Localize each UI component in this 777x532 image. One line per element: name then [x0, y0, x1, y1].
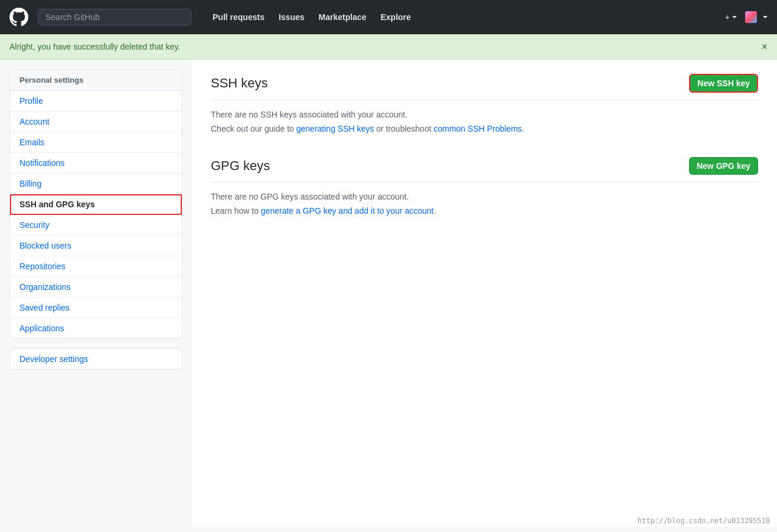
search-input[interactable] [38, 9, 191, 25]
success-banner: Alright, you have successfully deleted t… [0, 34, 777, 60]
sidebar-item-developer-settings[interactable]: Developer settings [10, 349, 182, 369]
watermark: http://blog.csdn.net/u013295518 [638, 517, 770, 525]
sidebar-item-saved-replies[interactable]: Saved replies [10, 298, 182, 318]
new-gpg-key-button[interactable]: New GPG key [689, 157, 758, 175]
header-actions: + [722, 10, 768, 24]
sidebar-item-security[interactable]: Security [10, 215, 182, 236]
common-ssh-problems-link[interactable]: common SSH Problems [433, 124, 521, 133]
ssh-empty-message: There are no SSH keys associated with yo… [211, 110, 758, 119]
sidebar-item-ssh-gpg-keys[interactable]: SSH and GPG keys [10, 194, 182, 215]
new-repo-button[interactable]: + [722, 10, 740, 24]
ssh-section-title: SSH keys [211, 76, 268, 91]
sidebar-item-blocked-users[interactable]: Blocked users [10, 236, 182, 256]
personal-settings-title: Personal settings [10, 70, 182, 91]
nav-marketplace[interactable]: Marketplace [312, 9, 374, 25]
sidebar-item-applications[interactable]: Applications [10, 318, 182, 338]
site-header: Pull requests Issues Marketplace Explore… [0, 0, 777, 34]
main-nav: Pull requests Issues Marketplace Explore [205, 9, 418, 25]
page-layout: Personal settings Profile Account Emails… [0, 60, 777, 527]
personal-settings-section: Personal settings Profile Account Emails… [9, 69, 182, 339]
nav-pull-requests[interactable]: Pull requests [205, 9, 272, 25]
github-logo[interactable] [9, 8, 28, 27]
nav-issues[interactable]: Issues [272, 9, 312, 25]
new-ssh-key-button[interactable]: New SSH key [689, 74, 758, 93]
gpg-keys-section: GPG keys New GPG key There are no GPG ke… [211, 157, 758, 216]
sidebar-item-profile[interactable]: Profile [10, 91, 182, 112]
sidebar-item-emails[interactable]: Emails [10, 132, 182, 153]
nav-explore[interactable]: Explore [373, 9, 417, 25]
gpg-section-header: GPG keys New GPG key [211, 157, 758, 182]
search-box [38, 9, 191, 25]
ssh-keys-section: SSH keys New SSH key There are no SSH ke… [211, 74, 758, 133]
sidebar: Personal settings Profile Account Emails… [0, 60, 192, 527]
banner-message: Alright, you have successfully deleted t… [9, 42, 180, 51]
ssh-section-header: SSH keys New SSH key [211, 74, 758, 100]
chevron-down-icon [732, 16, 737, 18]
gpg-guide-text: Learn how to generate a GPG key and add … [211, 206, 758, 216]
sidebar-item-billing[interactable]: Billing [10, 174, 182, 194]
sidebar-item-repositories[interactable]: Repositories [10, 256, 182, 277]
banner-close-button[interactable]: × [761, 41, 768, 52]
avatar-chevron-icon [763, 16, 768, 18]
generate-gpg-key-link[interactable]: generate a GPG key and add it to your ac… [261, 206, 434, 216]
main-content: SSH keys New SSH key There are no SSH ke… [192, 60, 777, 527]
avatar[interactable] [745, 11, 757, 23]
sidebar-item-notifications[interactable]: Notifications [10, 153, 182, 174]
developer-settings-section: Developer settings [9, 348, 182, 370]
sidebar-item-account[interactable]: Account [10, 112, 182, 132]
plus-icon: + [725, 12, 730, 22]
gpg-section-title: GPG keys [211, 158, 270, 174]
ssh-guide-text: Check out our guide to generating SSH ke… [211, 124, 758, 133]
sidebar-item-organizations[interactable]: Organizations [10, 277, 182, 298]
gpg-empty-message: There are no GPG keys associated with yo… [211, 192, 758, 201]
generating-ssh-keys-link[interactable]: generating SSH keys [296, 124, 374, 133]
